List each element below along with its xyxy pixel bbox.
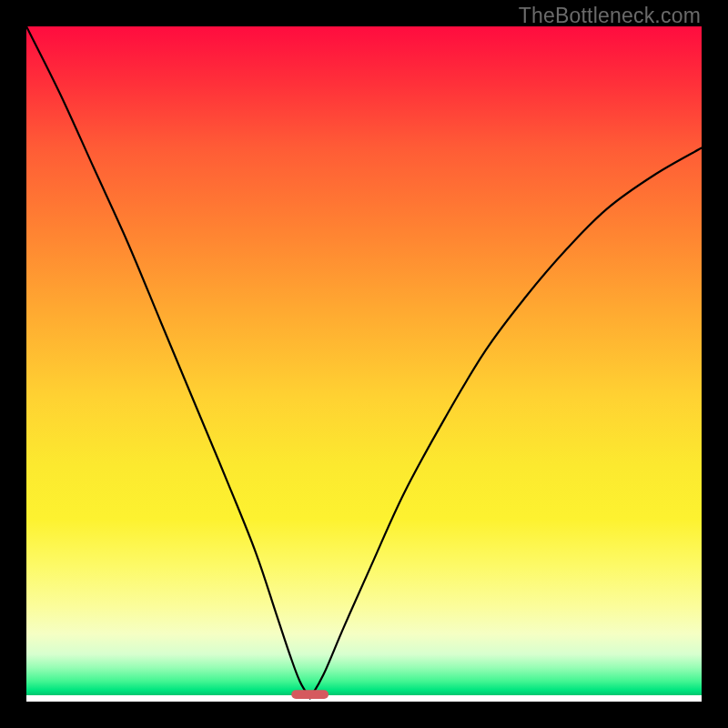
trough-marker [291,690,329,699]
watermark-text: TheBottleneck.com [519,4,701,28]
curve-svg [26,26,702,702]
curve-left-branch [26,26,310,698]
plot-area [26,26,702,702]
chart-frame: TheBottleneck.com [0,0,728,728]
curve-right-branch [310,148,702,699]
